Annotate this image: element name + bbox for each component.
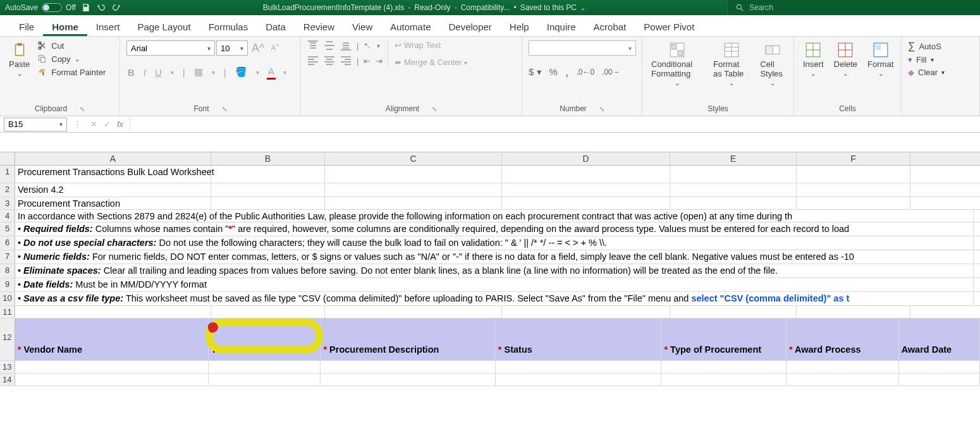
align-top-icon[interactable]	[307, 40, 319, 51]
conditional-formatting-button[interactable]: Conditional Formatting⌄	[649, 40, 706, 88]
align-right-icon[interactable]	[340, 56, 352, 66]
fill-color-button[interactable]: 🪣	[234, 65, 248, 79]
borders-button[interactable]: ▦	[193, 65, 204, 79]
cell[interactable]: • Do not use special characters: Do not …	[15, 236, 974, 250]
cell[interactable]: Procurement Transactions Bulk Load Works…	[15, 166, 211, 183]
alignment-launcher-icon[interactable]: ⤡	[432, 106, 437, 113]
orientation-button[interactable]: ⭦	[364, 41, 372, 51]
tab-file[interactable]: File	[10, 18, 43, 36]
tab-power-pivot[interactable]: Power Pivot	[635, 18, 703, 36]
row-header[interactable]: 4	[0, 210, 15, 222]
tab-data[interactable]: Data	[257, 18, 295, 36]
decrease-decimal-button[interactable]: .00→	[602, 68, 620, 76]
row-header[interactable]: 8	[0, 264, 15, 277]
header-type-of-procurement[interactable]: * Type of Procurement	[661, 319, 786, 360]
search-box[interactable]: Search	[727, 0, 980, 15]
row-header[interactable]: 1	[0, 166, 15, 183]
row-header[interactable]: 5	[0, 222, 15, 236]
percent-format-button[interactable]: %	[549, 66, 558, 77]
saved-status[interactable]: Saved to this PC	[520, 3, 577, 12]
bold-button[interactable]: B	[126, 66, 136, 79]
row-header[interactable]: 6	[0, 236, 15, 250]
font-size-select[interactable]: 10▾	[216, 40, 248, 56]
accounting-format-button[interactable]: $ ▾	[529, 66, 542, 78]
number-format-select[interactable]: ▾	[529, 40, 636, 56]
cell[interactable]: Version 4.2	[15, 183, 211, 197]
format-as-table-button[interactable]: Format as Table⌄	[711, 40, 752, 88]
tab-automate[interactable]: Automate	[381, 18, 439, 36]
font-color-button[interactable]: A	[267, 64, 276, 80]
col-header-b[interactable]: B	[211, 152, 325, 165]
undo-icon[interactable]	[96, 3, 106, 13]
tab-page-layout[interactable]: Page Layout	[128, 18, 199, 36]
tab-home[interactable]: Home	[43, 18, 87, 36]
comma-format-button[interactable]: ,	[565, 64, 569, 79]
header-award-process[interactable]: * Award Process	[787, 319, 899, 360]
paste-button[interactable]: Paste⌄	[6, 40, 32, 78]
cancel-formula-icon[interactable]: ✕	[90, 119, 97, 129]
redo-icon[interactable]	[111, 3, 121, 13]
header-transaction-number[interactable]: Transaction Number	[209, 319, 321, 360]
header-procurement-description[interactable]: * Procurement Description	[321, 319, 495, 360]
tab-view[interactable]: View	[343, 18, 381, 36]
tab-formulas[interactable]: Formulas	[200, 18, 257, 36]
col-header-f[interactable]: F	[797, 152, 910, 165]
decrease-indent-icon[interactable]: ⇤	[364, 56, 371, 66]
row-header[interactable]: 13	[0, 361, 15, 373]
row-header[interactable]: 14	[0, 374, 15, 386]
merge-center-button[interactable]: ⬌ Merge & Center ▾	[395, 58, 467, 67]
align-middle-icon[interactable]	[324, 40, 335, 51]
tab-insert[interactable]: Insert	[87, 18, 129, 36]
header-status[interactable]: * Status	[496, 319, 662, 360]
name-box[interactable]: B15▾	[4, 118, 67, 131]
tab-help[interactable]: Help	[501, 18, 538, 36]
save-icon[interactable]	[81, 3, 91, 13]
clipboard-launcher-icon[interactable]: ⤡	[80, 106, 85, 113]
align-center-icon[interactable]	[324, 56, 335, 66]
enter-formula-icon[interactable]: ✓	[104, 119, 111, 129]
grow-font-icon[interactable]: A^	[249, 42, 267, 55]
header-vendor-name[interactable]: * Vendor Name	[15, 319, 209, 360]
cell[interactable]: Procurement Transaction	[15, 197, 211, 209]
autosum-button[interactable]: ∑ AutoS	[908, 40, 945, 52]
cell[interactable]: • Eliminate spaces: Clear all trailing a…	[15, 264, 974, 277]
tab-developer[interactable]: Developer	[439, 18, 500, 36]
cell[interactable]: • Required fields: Columns whose names c…	[15, 222, 974, 236]
spreadsheet-grid[interactable]: A B C D E F 1 Procurement Transactions B…	[0, 152, 980, 386]
font-launcher-icon[interactable]: ⤡	[222, 106, 227, 113]
fx-icon[interactable]: fx	[117, 119, 123, 129]
cell[interactable]: In accordance with Sections 2879 and 282…	[15, 210, 974, 222]
insert-cells-button[interactable]: Insert⌄	[800, 40, 826, 78]
increase-indent-icon[interactable]: ⇥	[376, 56, 383, 66]
row-header[interactable]: 10	[0, 292, 15, 305]
autosave-toggle[interactable]: AutoSave Off	[5, 3, 76, 12]
increase-decimal-button[interactable]: .0←0	[576, 68, 594, 76]
number-launcher-icon[interactable]: ⤡	[599, 106, 604, 113]
cell[interactable]: • Date fields: Must be in MM/DD/YYYY for…	[15, 278, 974, 291]
col-header-c[interactable]: C	[325, 152, 502, 165]
row-header[interactable]: 9	[0, 278, 15, 291]
wrap-text-button[interactable]: ↩ Wrap Text	[395, 40, 467, 50]
tab-inquire[interactable]: Inquire	[538, 18, 585, 36]
shrink-font-icon[interactable]: A˅	[268, 44, 282, 52]
cell[interactable]: • Numeric fields: For numeric fields, DO…	[15, 250, 974, 264]
col-header-a[interactable]: A	[15, 152, 211, 165]
align-left-icon[interactable]	[307, 56, 319, 66]
row-header[interactable]: 11	[0, 306, 15, 318]
select-all-corner[interactable]	[0, 152, 15, 165]
cell[interactable]: • Save as a csv file type: This workshee…	[15, 292, 974, 305]
underline-button[interactable]: U	[154, 66, 163, 79]
cell-styles-button[interactable]: Cell Styles⌄	[757, 40, 787, 88]
row-header[interactable]: 2	[0, 183, 15, 197]
formula-input[interactable]	[130, 118, 980, 131]
format-cells-button[interactable]: Format⌄	[865, 40, 896, 78]
tab-review[interactable]: Review	[295, 18, 343, 36]
fill-button[interactable]: ▾ Fill ▾	[908, 55, 945, 64]
font-name-select[interactable]: Arial▾	[126, 40, 215, 56]
clear-button[interactable]: ◆ Clear ▾	[908, 68, 945, 77]
format-painter-button[interactable]: Format Painter	[37, 67, 106, 77]
col-header-d[interactable]: D	[502, 152, 670, 165]
row-header[interactable]: 12	[0, 319, 15, 360]
cut-button[interactable]: Cut	[37, 40, 106, 51]
col-header-e[interactable]: E	[670, 152, 797, 165]
